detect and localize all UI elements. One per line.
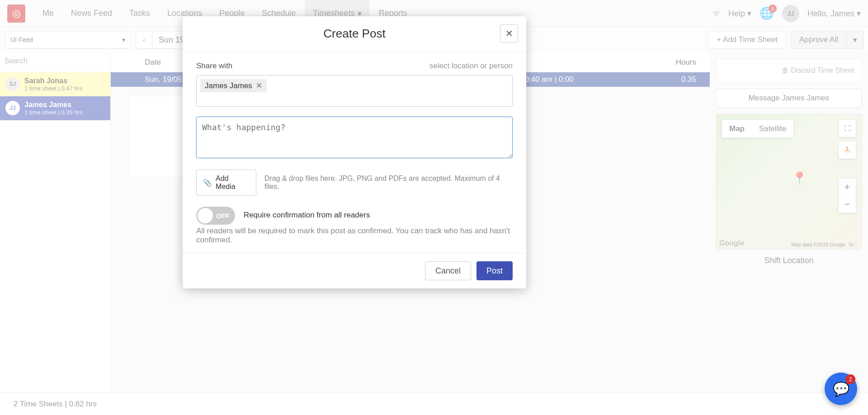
chat-fab[interactable]: 💬 2: [825, 373, 857, 405]
close-button[interactable]: ✕: [500, 24, 518, 42]
share-with-input[interactable]: James James ✕: [196, 75, 513, 107]
share-with-label: Share with: [196, 61, 232, 71]
modal-footer: Cancel Post: [183, 253, 526, 288]
share-tag: James James ✕: [200, 79, 267, 92]
cancel-button[interactable]: Cancel: [425, 261, 471, 280]
chat-icon: 💬: [833, 381, 849, 397]
paperclip-icon: 📎: [203, 179, 212, 187]
media-hint: Drag & drop files here. JPG, PNG and PDF…: [264, 174, 513, 191]
tag-label: James James: [205, 81, 252, 90]
modal-body: Share with select location or person Jam…: [183, 52, 526, 253]
modal-title: Create Post: [323, 27, 385, 41]
close-icon: ✕: [505, 28, 513, 39]
confirm-sub: All readers will be required to mark thi…: [196, 226, 513, 245]
toggle-state: OFF: [216, 212, 230, 220]
confirm-heading: Require confirmation from all readers: [244, 211, 370, 219]
toggle-knob: [198, 208, 213, 223]
post-button[interactable]: Post: [476, 261, 513, 280]
require-confirmation-toggle[interactable]: OFF: [196, 207, 235, 225]
post-body-textarea[interactable]: [196, 117, 513, 158]
modal-header: Create Post ✕: [183, 16, 526, 52]
share-hint: select location or person: [429, 61, 513, 71]
add-media-button[interactable]: 📎 Add Media: [196, 170, 256, 196]
create-post-modal: Create Post ✕ Share with select location…: [183, 16, 526, 288]
remove-tag-button[interactable]: ✕: [256, 81, 262, 90]
add-media-label: Add Media: [216, 174, 250, 191]
chat-badge: 2: [845, 374, 855, 384]
